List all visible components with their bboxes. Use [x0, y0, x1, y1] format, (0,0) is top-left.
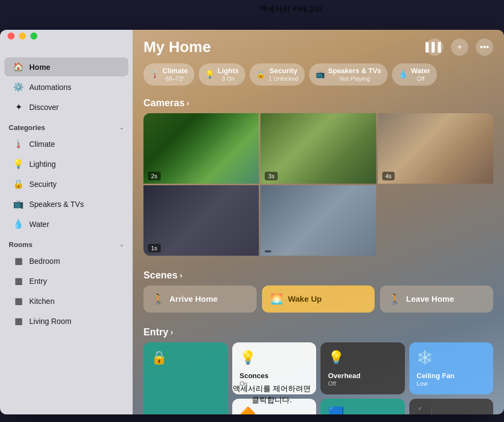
sidebar-item-bedroom[interactable]: ▦ Bedroom	[4, 251, 128, 270]
main-content: My Home ▌▌▌ + ••• 🌡️ Climate 68–72° 💡 Li…	[133, 30, 504, 414]
water-pill-icon: 💧	[398, 70, 408, 79]
sconces-card[interactable]: 💡 Sconces On	[232, 342, 317, 394]
room-icon: ▦	[13, 276, 24, 286]
sidebar-item-speakers[interactable]: 📺 Speakers & TVs	[4, 194, 128, 213]
sidebar-item-label: Discover	[29, 103, 58, 112]
camera-cell-pool[interactable]: 2s	[143, 113, 259, 184]
annotation-top: 액세서리 카테고리	[260, 4, 323, 14]
entry-section-header[interactable]: Entry ›	[133, 321, 504, 342]
header-actions: ▌▌▌ + •••	[426, 38, 493, 56]
sidebar-item-security[interactable]: 🔒 Secuirty	[4, 174, 128, 193]
homepod-icon: ⬛	[417, 406, 433, 414]
sidebar-item-label: Speakers & TVs	[29, 200, 84, 209]
more-button[interactable]: •••	[476, 38, 493, 56]
entry-section-label: Entry	[143, 327, 168, 338]
cameras-section-label: Cameras	[143, 98, 185, 109]
lights-pill-status: 3 On	[218, 75, 239, 82]
scenes-section-label: Scenes	[143, 270, 178, 281]
chevron-right-icon: ›	[171, 328, 173, 336]
cam-label	[265, 250, 271, 252]
add-button[interactable]: +	[451, 38, 468, 56]
page-title: My Home	[143, 38, 211, 56]
water-pill[interactable]: 💧 Water Off	[392, 63, 437, 86]
wakeup-icon: 🌅	[271, 293, 283, 305]
shades-icon: 🟦	[328, 406, 344, 414]
pendant-card[interactable]: 🔶 Pendant 25%	[232, 399, 317, 414]
rooms-header[interactable]: Rooms ⌄	[0, 234, 133, 251]
lights-pill-label: Lights	[218, 67, 239, 75]
climate-pill[interactable]: 🌡️ Climate 68–72°	[143, 63, 194, 86]
camera-cell-garage[interactable]: 1s	[143, 185, 259, 256]
wake-up-button[interactable]: 🌅 Wake Up	[262, 285, 375, 313]
sidebar-item-label: Living Room	[29, 317, 71, 326]
water-pill-label: Water	[411, 67, 430, 75]
lights-pill[interactable]: 💡 Lights 3 On	[199, 63, 245, 86]
cameras-section-header[interactable]: Cameras ›	[133, 92, 504, 113]
camera-cell-bedroom[interactable]	[260, 185, 376, 256]
shades-card[interactable]: 🟦 Shades Closed	[320, 399, 405, 414]
minimize-button[interactable]	[19, 33, 26, 40]
main-window: 🏠 Home ⚙️ Automations ✦ Discover Categor…	[0, 30, 504, 414]
sconces-icon: 💡	[240, 350, 256, 365]
room-icon: ▦	[13, 256, 24, 266]
cam-label: 1s	[148, 244, 161, 252]
sidebar-item-label: Climate	[29, 140, 55, 148]
climate-pill-status: 68–72°	[162, 75, 188, 82]
cam-label: 4s	[382, 172, 395, 180]
climate-pill-icon: 🌡️	[150, 70, 159, 79]
categories-header[interactable]: Categories ⌄	[0, 117, 133, 134]
scenes-row: 🚶 Arrive Home 🌅 Wake Up 🚶 Leave Home	[133, 285, 504, 321]
device-name: Overhead	[328, 372, 397, 380]
fan-icon: ❄️	[417, 350, 433, 365]
speakers-pill[interactable]: 📺 Speakers & TVs Not Playing	[309, 63, 388, 86]
automations-icon: ⚙️	[13, 82, 24, 92]
sidebar-item-label: Entry	[29, 277, 47, 285]
device-status: Off	[328, 380, 397, 387]
maximize-button[interactable]	[30, 33, 37, 40]
scenes-section-header[interactable]: Scenes ›	[133, 264, 504, 285]
sidebar-item-discover[interactable]: ✦ Discover	[4, 98, 128, 116]
leave-home-button[interactable]: 🚶 Leave Home	[380, 285, 493, 313]
speakers-pill-label: Speakers & TVs	[328, 67, 381, 75]
sidebar-item-home[interactable]: 🏠 Home	[4, 57, 128, 76]
chevron-down-icon: ⌄	[119, 241, 124, 248]
sidebar-item-label: Lighting	[29, 160, 56, 168]
security-pill[interactable]: 🔒 Security 1 Unlocked	[250, 63, 305, 86]
speakers-pill-status: Not Playing	[328, 75, 381, 82]
sidebar: 🏠 Home ⚙️ Automations ✦ Discover Categor…	[0, 30, 133, 414]
sidebar-item-label: Home	[29, 63, 50, 72]
home-icon: 🏠	[13, 62, 24, 72]
sidebar-item-automations[interactable]: ⚙️ Automations	[4, 77, 128, 96]
water-pill-status: Off	[411, 75, 430, 82]
lock-icon: 🔒	[151, 350, 167, 365]
cameras-grid: 2s 3s 4s 1s	[143, 113, 493, 256]
discover-icon: ✦	[13, 102, 24, 112]
waveform-button[interactable]: ▌▌▌	[426, 38, 443, 56]
device-name: Sconces	[240, 372, 309, 380]
ceiling-fan-card[interactable]: ❄️ Ceiling Fan Low	[409, 342, 494, 394]
front-door-card[interactable]: 🔒 Front Door Locked	[143, 342, 228, 414]
homepod-card[interactable]: ⬛ HomePod Not Playing	[409, 399, 494, 414]
close-button[interactable]	[8, 33, 15, 40]
climate-icon: 🌡️	[13, 139, 24, 149]
sidebar-item-entry[interactable]: ▦ Entry	[4, 271, 128, 290]
speakers-icon: 📺	[13, 199, 24, 209]
sidebar-item-kitchen[interactable]: ▦ Kitchen	[4, 291, 128, 310]
chevron-down-icon: ⌄	[119, 124, 124, 131]
water-icon: 💧	[13, 219, 24, 229]
sidebar-item-lighting[interactable]: 💡 Lighting	[4, 154, 128, 173]
arrive-home-button[interactable]: 🚶 Arrive Home	[143, 285, 257, 313]
security-pill-status: 1 Unlocked	[269, 75, 298, 82]
leave-home-label: Leave Home	[406, 294, 454, 303]
sidebar-item-label: Bedroom	[29, 257, 60, 265]
overhead-card[interactable]: 💡 Overhead Off	[320, 342, 405, 394]
sidebar-item-label: Secuirty	[29, 180, 57, 189]
cam-label: 3s	[265, 172, 278, 180]
camera-cell-living[interactable]: 4s	[378, 113, 493, 184]
pendant-icon: 🔶	[240, 406, 256, 414]
sidebar-item-living-room[interactable]: ▦ Living Room	[4, 311, 128, 330]
sidebar-item-climate[interactable]: 🌡️ Climate	[4, 134, 128, 153]
overhead-icon: 💡	[328, 350, 344, 365]
sidebar-item-water[interactable]: 💧 Water	[4, 215, 128, 233]
camera-cell-driveway[interactable]: 3s	[260, 113, 376, 184]
